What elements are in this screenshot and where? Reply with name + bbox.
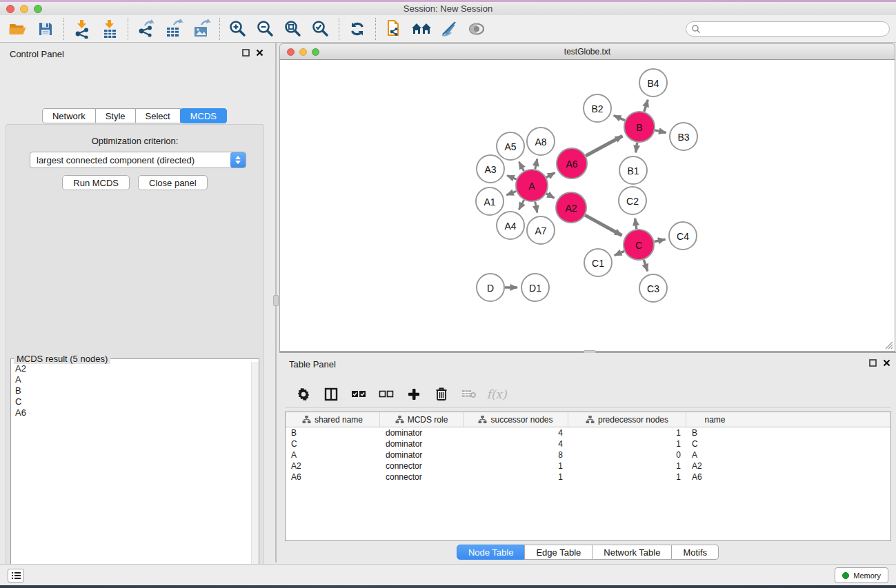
edge-A2-C[interactable] bbox=[585, 215, 621, 235]
deselect-all-checkboxes-icon[interactable] bbox=[377, 385, 395, 404]
cell-shared-name: B bbox=[286, 428, 380, 438]
tab-network[interactable]: Network bbox=[42, 108, 96, 123]
delete-table-icon bbox=[460, 385, 478, 404]
table-row[interactable]: Cdominator41C bbox=[286, 438, 890, 449]
hide-annotations-icon[interactable] bbox=[435, 17, 463, 41]
edge-A6-B[interactable] bbox=[586, 136, 622, 156]
column-hierarchy-icon bbox=[395, 415, 404, 424]
eye-icon[interactable] bbox=[463, 17, 490, 41]
edge-B-B2[interactable] bbox=[614, 116, 625, 121]
add-column-icon[interactable] bbox=[405, 385, 423, 404]
export-table-icon[interactable] bbox=[160, 17, 188, 41]
column-header-predecessor-nodes[interactable]: predecessor nodes bbox=[568, 412, 686, 427]
criterion-dropdown[interactable]: largest connected component (directed) bbox=[30, 152, 246, 168]
run-mcds-button[interactable]: Run MCDS bbox=[62, 175, 130, 190]
window-resize-grip[interactable] bbox=[884, 341, 893, 349]
vertical-split-grip[interactable] bbox=[273, 295, 279, 306]
network-canvas[interactable]: AA1A2A3A4A5A6A7A8BB1B2B3B4CC1C2C3C4DD1 bbox=[279, 60, 895, 352]
result-item[interactable]: C bbox=[15, 396, 250, 407]
table-row[interactable]: A2connector11A2 bbox=[286, 460, 890, 472]
edge-C-C2[interactable] bbox=[635, 219, 637, 229]
tab-select[interactable]: Select bbox=[135, 108, 181, 123]
zoom-fit-icon[interactable] bbox=[279, 17, 307, 41]
zoom-selected-icon[interactable] bbox=[307, 17, 335, 41]
column-header-MCDS-role[interactable]: MCDS role bbox=[380, 412, 464, 427]
result-item[interactable]: A6 bbox=[15, 407, 250, 418]
result-item[interactable]: B bbox=[15, 385, 250, 396]
result-item[interactable]: A2 bbox=[15, 363, 250, 374]
mcds-result-list[interactable]: A2ABCA6 bbox=[12, 363, 250, 588]
float-table-panel-icon[interactable] bbox=[869, 359, 877, 367]
zoom-out-icon[interactable] bbox=[252, 17, 279, 41]
tab-network-table[interactable]: Network Table bbox=[592, 545, 672, 560]
edge-A-A4[interactable] bbox=[519, 200, 524, 210]
tab-node-table[interactable]: Node Table bbox=[457, 545, 526, 560]
float-panel-icon[interactable] bbox=[242, 49, 250, 57]
edge-B-B1[interactable] bbox=[636, 143, 637, 152]
node-table[interactable]: shared nameMCDS rolesuccessor nodesprede… bbox=[285, 412, 891, 541]
edge-A-A2[interactable] bbox=[546, 194, 555, 199]
network-window-title: testGlobe.txt bbox=[280, 47, 895, 57]
edge-C-C3[interactable] bbox=[644, 260, 648, 272]
export-network-icon[interactable] bbox=[132, 17, 160, 41]
export-image-icon[interactable] bbox=[188, 17, 215, 41]
edge-A-A7[interactable] bbox=[535, 202, 537, 213]
settings-gear-icon[interactable] bbox=[295, 385, 312, 404]
import-network-icon[interactable] bbox=[68, 17, 96, 41]
edge-A-A8[interactable] bbox=[535, 159, 537, 169]
tab-edge-table[interactable]: Edge Table bbox=[524, 545, 593, 560]
search-field[interactable] bbox=[686, 21, 890, 37]
home-icon[interactable] bbox=[408, 17, 435, 41]
edge-A-A6[interactable] bbox=[546, 173, 555, 178]
cell-predecessor-nodes: 1 bbox=[568, 461, 686, 471]
edge-B-B3[interactable] bbox=[655, 130, 666, 133]
network-graph[interactable]: AA1A2A3A4A5A6A7A8BB1B2B3B4CC1C2C3C4DD1 bbox=[280, 60, 895, 350]
cell-name: C bbox=[686, 439, 744, 449]
column-header-shared-name[interactable]: shared name bbox=[286, 412, 380, 427]
column-header-successor-nodes[interactable]: successor nodes bbox=[464, 412, 568, 427]
column-hierarchy-icon bbox=[478, 415, 487, 424]
edge-A-A5[interactable] bbox=[519, 162, 524, 171]
cell-predecessor-nodes: 0 bbox=[568, 450, 686, 460]
tab-mcds[interactable]: MCDS bbox=[180, 108, 227, 123]
edge-B-B4[interactable] bbox=[644, 100, 648, 112]
node-label-D1: D1 bbox=[529, 283, 541, 294]
task-history-button[interactable] bbox=[8, 569, 24, 582]
close-panel-button[interactable]: Close panel bbox=[138, 175, 208, 190]
edge-A-A3[interactable] bbox=[507, 176, 517, 179]
tab-motifs[interactable]: Motifs bbox=[671, 545, 719, 560]
column-header-name[interactable]: name bbox=[686, 412, 744, 427]
memory-button[interactable]: Memory bbox=[835, 567, 888, 583]
network-window-titlebar[interactable]: testGlobe.txt bbox=[279, 43, 895, 60]
split-column-icon[interactable] bbox=[322, 385, 340, 404]
table-row[interactable]: Adominator80A bbox=[286, 449, 890, 460]
edge-A-A1[interactable] bbox=[506, 191, 516, 194]
cell-MCDS-role: connector bbox=[380, 472, 464, 482]
node-label-C1: C1 bbox=[592, 258, 604, 269]
result-scrollbar[interactable] bbox=[251, 362, 259, 588]
table-row[interactable]: A6connector11A6 bbox=[286, 472, 890, 483]
refresh-icon[interactable] bbox=[344, 17, 371, 41]
edge-C-C4[interactable] bbox=[655, 239, 666, 241]
cell-shared-name: A2 bbox=[286, 461, 380, 471]
open-folder-icon[interactable] bbox=[4, 17, 32, 41]
tab-style[interactable]: Style bbox=[95, 108, 136, 123]
close-table-panel-icon[interactable] bbox=[883, 359, 890, 367]
node-label-A8: A8 bbox=[535, 136, 546, 148]
new-network-from-document-icon[interactable] bbox=[380, 17, 408, 41]
mcds-result-title: MCDS result (5 nodes) bbox=[14, 354, 110, 364]
node-label-A4: A4 bbox=[504, 221, 516, 232]
search-input[interactable] bbox=[701, 24, 880, 34]
table-header-row: shared nameMCDS rolesuccessor nodesprede… bbox=[286, 412, 890, 427]
edge-C-C1[interactable] bbox=[615, 251, 624, 255]
table-row[interactable]: Bdominator41B bbox=[286, 427, 890, 438]
zoom-in-icon[interactable] bbox=[224, 17, 252, 41]
import-table-icon[interactable] bbox=[96, 17, 123, 41]
node-label-A5: A5 bbox=[504, 141, 516, 152]
close-panel-icon[interactable] bbox=[256, 49, 263, 57]
save-icon[interactable] bbox=[32, 17, 59, 41]
result-item[interactable]: A bbox=[15, 374, 250, 385]
select-all-checkboxes-icon[interactable] bbox=[350, 385, 368, 404]
delete-column-trash-icon[interactable] bbox=[432, 385, 450, 404]
cell-name: B bbox=[686, 428, 744, 438]
